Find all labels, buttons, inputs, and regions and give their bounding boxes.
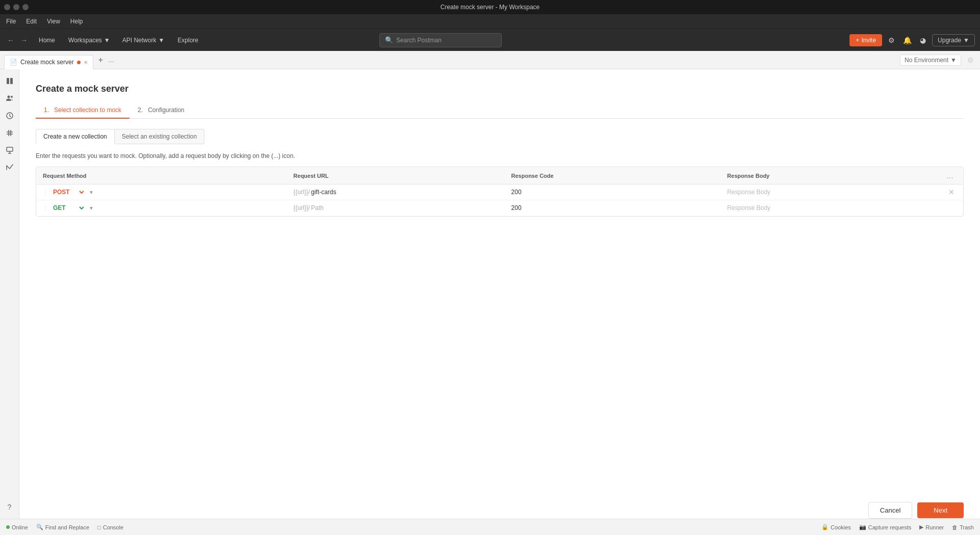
sidebar-icon-history[interactable] — [2, 108, 17, 123]
status-bar: Online 🔍 Find and Replace □ Console 🔒 Co… — [0, 519, 980, 535]
tab-more-button[interactable]: … — [106, 57, 116, 64]
sidebar-icon-mock[interactable] — [2, 143, 17, 158]
search-icon: 🔍 — [385, 36, 393, 44]
tab-unsaved-indicator — [77, 61, 81, 64]
menu-edit[interactable]: Edit — [24, 17, 39, 26]
col-response-code: Response Code — [505, 168, 721, 184]
url-path-input-0[interactable]: gift-cards — [311, 189, 336, 196]
sidebar: ? — [0, 69, 19, 519]
table-more-options-button[interactable]: … — [946, 172, 953, 180]
console-button[interactable]: □ Console — [97, 524, 123, 530]
invite-icon: + — [856, 37, 859, 44]
chevron-down-icon: ▼ — [158, 37, 164, 44]
menu-view[interactable]: View — [45, 17, 62, 26]
step-tabs: 1. Select collection to mock 2. Configur… — [36, 102, 964, 119]
runner-button[interactable]: ▶ Runner — [919, 524, 944, 530]
close-button[interactable] — [4, 4, 10, 10]
svg-rect-5 — [7, 147, 13, 151]
env-settings-button[interactable]: ⚙ — [965, 54, 976, 66]
online-dot — [6, 525, 10, 529]
col-response-body: Response Body — [721, 168, 940, 184]
nav-home-button[interactable]: Home — [34, 35, 60, 46]
table-body: ⋮ POST GET PUT DELETE PATCH ▼ — [37, 184, 963, 216]
tab-close-button[interactable]: ✕ — [84, 60, 88, 65]
response-code-0: 200 — [505, 184, 721, 200]
drag-handle-icon[interactable]: ⋮ — [43, 190, 48, 195]
sidebar-icon-help[interactable]: ? — [2, 499, 17, 515]
maximize-button[interactable] — [22, 4, 29, 10]
step-tab-1[interactable]: 1. Select collection to mock — [36, 102, 130, 119]
runner-icon: ▶ — [919, 524, 923, 530]
menu-file[interactable]: File — [4, 17, 18, 26]
url-path-input-1[interactable]: Path — [311, 204, 324, 211]
nav-workspaces-button[interactable]: Workspaces ▼ — [64, 35, 114, 46]
requests-table: Request Method Request URL Response Code… — [36, 167, 963, 216]
method-chevron-icon: ▼ — [89, 205, 94, 211]
cookies-button[interactable]: 🔒 Cookies — [821, 524, 851, 530]
menu-help[interactable]: Help — [68, 17, 85, 26]
environment-selector[interactable]: No Environment ▼ — [900, 55, 961, 66]
nav-explore-button[interactable]: Explore — [172, 35, 203, 46]
capture-requests-button[interactable]: 📷 Capture requests — [859, 524, 911, 530]
sync-button[interactable]: ◕ — [918, 34, 928, 46]
content-area: Create a mock server 1. Select collectio… — [19, 69, 980, 519]
nav-bar: ← → Home Workspaces ▼ API Network ▼ Expl… — [0, 29, 980, 51]
cookies-icon: 🔒 — [821, 524, 829, 530]
create-new-collection-tab[interactable]: Create a new collection — [36, 129, 115, 144]
environment-label: No Environment — [905, 57, 948, 64]
url-base-0: {{url}}/ — [293, 189, 310, 196]
sidebar-icon-team[interactable] — [2, 91, 17, 106]
sidebar-icon-monitor[interactable] — [2, 160, 17, 175]
svg-point-3 — [11, 96, 13, 98]
cancel-button[interactable]: Cancel — [868, 502, 912, 519]
title-bar: Create mock server - My Workspace — [0, 0, 980, 14]
sidebar-icon-collections[interactable] — [2, 73, 17, 89]
window-controls[interactable] — [4, 4, 29, 10]
nav-forward-button[interactable]: → — [18, 35, 30, 45]
drag-handle-icon[interactable]: ⋮ — [43, 205, 48, 211]
method-select-0[interactable]: POST GET PUT DELETE PATCH — [51, 188, 86, 196]
requests-table-wrapper: Request Method Request URL Response Code… — [36, 167, 964, 217]
nav-right-section: + Invite ⚙ 🔔 ◕ Upgrade ▼ — [849, 34, 975, 46]
window-title: Create mock server - My Workspace — [441, 4, 540, 11]
trash-button[interactable]: 🗑 Trash — [952, 524, 974, 530]
search-bar[interactable]: 🔍 Search Postman — [379, 33, 502, 47]
minimize-button[interactable] — [13, 4, 19, 10]
nav-back-button[interactable]: ← — [5, 35, 16, 45]
collection-type-tabs: Create a new collection Select an existi… — [36, 129, 964, 144]
tab-bar: 📄 Create mock server ✕ + … No Environmen… — [0, 51, 980, 69]
next-button[interactable]: Next — [917, 502, 964, 518]
method-select-1[interactable]: GET POST PUT DELETE PATCH — [51, 204, 86, 212]
online-status[interactable]: Online — [6, 524, 28, 530]
search-placeholder: Search Postman — [396, 37, 442, 44]
find-replace-button[interactable]: 🔍 Find and Replace — [36, 524, 89, 530]
settings-button[interactable]: ⚙ — [886, 34, 897, 46]
col-request-url: Request URL — [287, 168, 505, 184]
nav-api-network-button[interactable]: API Network ▼ — [118, 35, 169, 46]
url-cell-1: {{url}}/ Path — [287, 200, 505, 216]
method-cell-0: ⋮ POST GET PUT DELETE PATCH ▼ — [37, 184, 288, 200]
new-tab-button[interactable]: + — [95, 56, 106, 65]
select-existing-collection-tab[interactable]: Select an existing collection — [115, 129, 204, 144]
status-right: 🔒 Cookies 📷 Capture requests ▶ Runner 🗑 … — [821, 524, 974, 530]
mock-server-tab[interactable]: 📄 Create mock server ✕ — [4, 55, 93, 69]
upgrade-button[interactable]: Upgrade ▼ — [932, 34, 975, 46]
chevron-down-icon: ▼ — [104, 37, 110, 44]
delete-row-0-button[interactable]: ✕ — [946, 188, 957, 196]
invite-button[interactable]: + Invite — [849, 34, 882, 46]
row-actions-1 — [940, 200, 963, 216]
method-cell-1: ⋮ GET POST PUT DELETE PATCH ▼ — [37, 200, 288, 216]
notifications-button[interactable]: 🔔 — [901, 34, 914, 46]
tab-label: Create mock server — [20, 59, 74, 66]
trash-icon: 🗑 — [952, 524, 958, 530]
find-replace-icon: 🔍 — [36, 524, 43, 530]
online-label: Online — [12, 524, 28, 530]
step-tab-2[interactable]: 2. Configuration — [130, 102, 192, 119]
page-title: Create a mock server — [36, 84, 964, 94]
sidebar-icon-apis[interactable] — [2, 125, 17, 141]
console-icon: □ — [97, 524, 101, 530]
menu-bar: File Edit View Help — [0, 14, 980, 29]
method-chevron-icon: ▼ — [89, 190, 94, 195]
tab-right-section: No Environment ▼ ⚙ — [900, 54, 976, 66]
url-base-1: {{url}}/ — [293, 204, 310, 211]
